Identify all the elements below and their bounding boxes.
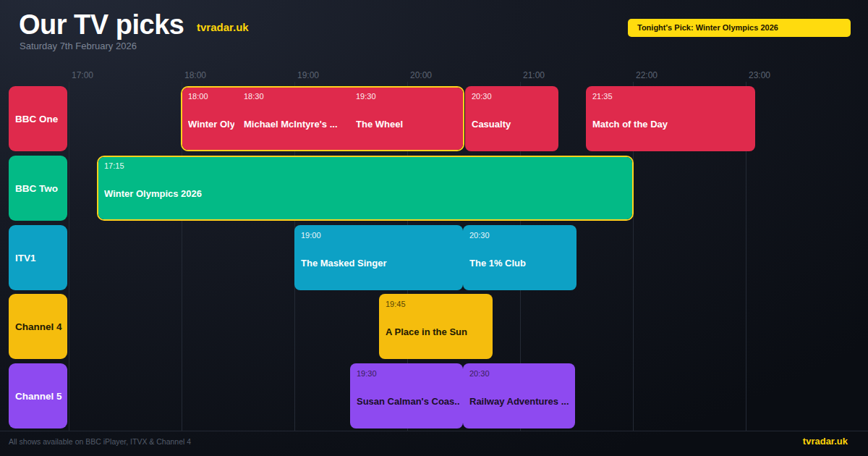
tonights-pick-badge: Tonight's Pick: Winter Olympics 2026 (628, 19, 851, 37)
footer-divider (0, 431, 868, 431)
page-title: Our TV picks (19, 10, 184, 39)
hour-label: 23:00 (749, 70, 770, 80)
programme-time: 18:00 (188, 92, 208, 101)
programme-title: The Masked Singer (301, 258, 459, 269)
programme-the-masked-singer[interactable]: 19:00 The Masked Singer (294, 225, 463, 290)
channel-label: Channel 5 (15, 391, 62, 402)
programme-railway-adventures[interactable]: 20:30 Railway Adventures ... (463, 363, 575, 428)
programme-michael-mcintyres[interactable]: 18:30 Michael McIntyre's ... (238, 88, 350, 150)
channel-label: ITV1 (15, 253, 36, 263)
programme-time: 18:30 (244, 92, 264, 101)
channel-chip-bbc-two: BBC Two (9, 156, 67, 221)
programme-time: 19:30 (357, 369, 377, 379)
hour-label: 22:00 (636, 70, 658, 80)
programme-time: 19:00 (301, 231, 321, 240)
programme-susan-calmans-coastal[interactable]: 19:30 Susan Calman's Coas... (350, 363, 463, 428)
hour-label: 21:00 (523, 70, 545, 80)
programme-time: 19:30 (356, 92, 376, 101)
programme-a-place-in-the-sun[interactable]: 19:45 A Place in the Sun (379, 294, 493, 359)
channel-chip-itv1: ITV1 (9, 225, 67, 290)
programme-title: A Place in the Sun (386, 326, 489, 337)
site-logo: tvradar.uk (197, 21, 249, 34)
footer-site-logo: tvradar.uk (803, 436, 848, 447)
programme-title: Winter Olympics 2026 (104, 188, 629, 199)
programme-casualty[interactable]: 20:30 Casualty (465, 86, 558, 151)
tv-guide-card: Our TV picks tvradar.uk Saturday 7th Feb… (0, 0, 868, 456)
channel-chip-channel-5: Channel 5 (9, 363, 67, 428)
programme-title: Michael McIntyre's ... (244, 119, 346, 130)
hour-gridline (69, 82, 69, 431)
programme-the-1-percent-club[interactable]: 20:30 The 1% Club (463, 225, 576, 290)
programme-winter-olympics-bbc-two[interactable]: 17:15 Winter Olympics 2026 (98, 157, 632, 219)
hour-label: 17:00 (72, 70, 93, 80)
pick-group-bbc-two: 17:15 Winter Olympics 2026 (97, 156, 634, 221)
footer-note: All shows available on BBC iPlayer, ITVX… (9, 437, 191, 447)
programme-title: Winter Olymp (188, 119, 234, 130)
channel-chip-channel-4: Channel 4 (9, 294, 67, 359)
channel-label: BBC Two (15, 183, 58, 194)
programme-title: The Wheel (356, 119, 459, 130)
channel-label: BBC One (15, 114, 58, 124)
channel-chip-bbc-one: BBC One (9, 86, 67, 151)
programme-title: Casualty (472, 119, 555, 130)
programme-time: 19:45 (386, 300, 406, 309)
pick-group-bbc-one: 18:00 Winter Olymp 18:30 Michael McIntyr… (181, 86, 464, 151)
date-subtitle: Saturday 7th February 2026 (20, 41, 137, 52)
hour-label: 19:00 (297, 70, 319, 80)
hour-label: 20:00 (410, 70, 432, 80)
programme-title: Match of the Day (592, 119, 752, 130)
programme-time: 20:30 (469, 369, 490, 379)
hour-label: 18:00 (184, 70, 206, 80)
programme-the-wheel[interactable]: 19:30 The Wheel (350, 88, 463, 150)
programme-winter-olympics-bbc-one[interactable]: 18:00 Winter Olymp (182, 88, 238, 150)
programme-time: 21:35 (592, 92, 613, 101)
programme-title: Susan Calman's Coas... (357, 396, 459, 407)
programme-title: The 1% Club (469, 258, 573, 269)
channel-label: Channel 4 (15, 321, 62, 332)
programme-match-of-the-day[interactable]: 21:35 Match of the Day (586, 86, 755, 151)
programme-title: Railway Adventures ... (469, 396, 571, 407)
programme-time: 17:15 (104, 161, 124, 171)
programme-time: 20:30 (469, 231, 490, 240)
programme-time: 20:30 (472, 92, 492, 101)
